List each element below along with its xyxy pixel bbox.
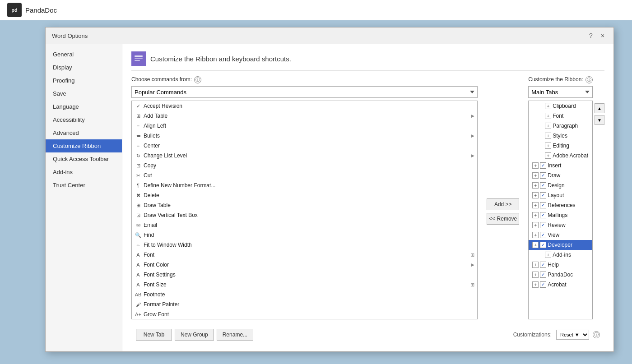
expand-button[interactable]: + <box>545 133 551 139</box>
command-item[interactable]: ⊞Draw Table <box>132 200 477 210</box>
new-group-button[interactable]: New Group <box>175 329 214 341</box>
command-item[interactable]: AFont Size⊞ <box>132 280 477 290</box>
tree-checkbox[interactable]: ✔ <box>540 212 546 218</box>
tree-item[interactable]: +✔Help <box>529 260 592 270</box>
command-item[interactable]: AFont Color▶ <box>132 260 477 270</box>
help-button[interactable]: ? <box>586 31 595 40</box>
choose-commands-info[interactable]: ⓘ <box>194 76 201 83</box>
expand-button[interactable]: + <box>545 252 551 258</box>
commands-list[interactable]: ✓Accept Revision⊞Add Table▶≡Align Left≔B… <box>131 101 478 319</box>
command-item[interactable]: ✉Email <box>132 220 477 230</box>
nav-item-general[interactable]: General <box>46 48 122 61</box>
tree-checkbox[interactable]: ✔ <box>540 281 546 288</box>
nav-item-trust-center[interactable]: Trust Center <box>46 179 122 192</box>
tree-checkbox[interactable]: ✔ <box>540 192 546 198</box>
close-button[interactable]: × <box>598 31 607 40</box>
command-item[interactable]: ABFootnote <box>132 290 477 299</box>
customize-ribbon-info[interactable]: ⓘ <box>586 76 593 83</box>
tree-item[interactable]: +✔Mailings <box>529 210 592 220</box>
tree-item[interactable]: +Font <box>529 111 592 121</box>
tree-item[interactable]: +✔View <box>529 230 592 240</box>
tree-checkbox[interactable]: ✔ <box>540 222 546 228</box>
tree-checkbox[interactable]: ✔ <box>540 182 546 189</box>
commands-dropdown[interactable]: Popular Commands All Commands Commands N… <box>131 86 478 98</box>
expand-button[interactable]: + <box>532 182 539 189</box>
scroll-down-button[interactable]: ▼ <box>595 115 604 125</box>
reset-dropdown[interactable]: Reset ▼ <box>556 330 589 340</box>
new-tab-button[interactable]: New Tab <box>136 329 172 341</box>
tree-item[interactable]: +✔Insert <box>529 161 592 170</box>
command-item[interactable]: ✂Cut <box>132 170 477 180</box>
expand-button[interactable]: + <box>532 242 539 248</box>
expand-button[interactable]: + <box>532 262 539 268</box>
command-item[interactable]: ⊡Copy <box>132 161 477 170</box>
expand-button[interactable]: + <box>532 281 539 288</box>
expand-button[interactable]: + <box>532 172 539 179</box>
tree-item[interactable]: +✔Draw <box>529 170 592 180</box>
tree-item[interactable]: +Adobe Acrobat <box>529 151 592 161</box>
command-item[interactable]: ¶Define New Number Format... <box>132 180 477 190</box>
expand-button[interactable]: + <box>532 192 539 198</box>
expand-button[interactable]: + <box>532 212 539 218</box>
tree-item[interactable]: +✔References <box>529 200 592 210</box>
expand-button[interactable]: + <box>545 143 551 149</box>
tree-item[interactable]: +Styles <box>529 131 592 141</box>
tree-item[interactable]: +Paragraph <box>529 121 592 131</box>
command-item[interactable]: ✓Accept Revision <box>132 101 477 111</box>
expand-button[interactable]: + <box>532 162 539 169</box>
expand-button[interactable]: + <box>545 152 551 159</box>
expand-button[interactable]: + <box>545 113 551 119</box>
tree-checkbox[interactable]: ✔ <box>540 172 546 179</box>
nav-item-add-ins[interactable]: Add-ins <box>46 166 122 179</box>
command-item[interactable]: ≔Bullets▶ <box>132 131 477 141</box>
tree-checkbox[interactable]: ✔ <box>540 242 546 248</box>
expand-button[interactable]: + <box>532 272 539 278</box>
command-item[interactable]: ⊡Draw Vertical Text Box <box>132 210 477 220</box>
nav-item-quick-access[interactable]: Quick Access Toolbar <box>46 152 122 166</box>
tree-checkbox[interactable]: ✔ <box>540 272 546 278</box>
command-item[interactable]: AFont Settings <box>132 270 477 280</box>
ribbon-tree[interactable]: +Clipboard+Font+Paragraph+Styles+Editing… <box>528 101 593 319</box>
expand-button[interactable]: + <box>532 232 539 238</box>
command-item[interactable]: ↻Change List Level▶ <box>132 151 477 161</box>
tree-item[interactable]: +✔Acrobat <box>529 280 592 290</box>
tree-item[interactable]: +✔Layout <box>529 190 592 200</box>
nav-item-save[interactable]: Save <box>46 87 122 100</box>
customizations-info[interactable]: ⓘ <box>593 331 600 338</box>
nav-item-accessibility[interactable]: Accessibility <box>46 113 122 126</box>
nav-item-proofing[interactable]: Proofing <box>46 74 122 87</box>
rename-button[interactable]: Rename... <box>217 329 253 341</box>
nav-item-language[interactable]: Language <box>46 100 122 113</box>
tree-checkbox[interactable]: ✔ <box>540 232 546 238</box>
command-item[interactable]: ≡Center <box>132 141 477 151</box>
tree-item[interactable]: +✔Developer <box>529 240 592 250</box>
add-button[interactable]: Add >> <box>487 198 519 210</box>
command-item[interactable]: 🔍Find <box>132 230 477 240</box>
remove-button[interactable]: << Remove <box>487 213 519 225</box>
tree-item[interactable]: +Editing <box>529 141 592 151</box>
command-item[interactable]: AFont⊞ <box>132 250 477 260</box>
command-item[interactable]: ⊞Add Table▶ <box>132 111 477 121</box>
nav-item-display[interactable]: Display <box>46 61 122 74</box>
command-item[interactable]: 🖌Format Painter <box>132 299 477 309</box>
tree-item[interactable]: +✔Design <box>529 180 592 190</box>
ribbon-dropdown[interactable]: Main Tabs Tool Tabs All Tabs <box>528 86 593 98</box>
expand-button[interactable]: + <box>532 222 539 228</box>
nav-item-advanced[interactable]: Advanced <box>46 126 122 139</box>
tree-item[interactable]: +✔PandaDoc <box>529 270 592 280</box>
tree-item[interactable]: +✔Review <box>529 220 592 230</box>
command-item[interactable]: ✖Delete <box>132 190 477 200</box>
tree-checkbox[interactable]: ✔ <box>540 162 546 169</box>
command-item[interactable]: ↔Fit to Window Width <box>132 240 477 250</box>
expand-button[interactable]: + <box>545 123 551 129</box>
command-item[interactable]: ≡Align Left <box>132 121 477 131</box>
command-item[interactable]: A+Grow Font <box>132 309 477 319</box>
expand-button[interactable]: + <box>545 103 551 109</box>
tree-checkbox[interactable]: ✔ <box>540 202 546 208</box>
tree-item[interactable]: +Clipboard <box>529 101 592 111</box>
tree-checkbox[interactable]: ✔ <box>540 262 546 268</box>
nav-item-customize-ribbon[interactable]: Customize Ribbon <box>46 139 122 152</box>
scroll-up-button[interactable]: ▲ <box>595 103 604 113</box>
tree-item[interactable]: +Add-ins <box>529 250 592 260</box>
expand-button[interactable]: + <box>532 202 539 208</box>
